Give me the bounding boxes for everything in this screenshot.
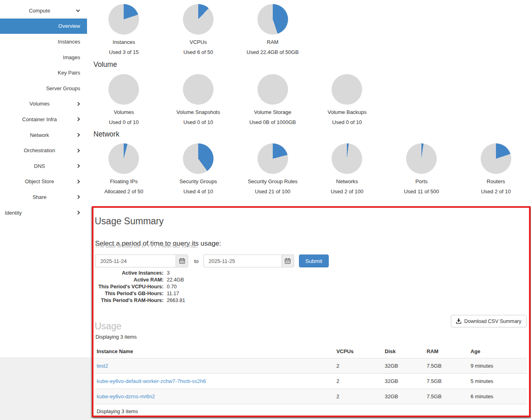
quota-chart-usage: Allocated 2 of 50 [87, 188, 161, 194]
sidebar-item-dns[interactable]: DNS [0, 158, 87, 174]
quota-chart-usage: Used 2 of 10 [458, 188, 531, 194]
sidebar-item-label: Compute [0, 8, 79, 14]
chevron-right-icon [76, 211, 80, 215]
calendar-picker-from-button[interactable] [176, 254, 188, 267]
pie-chart [108, 143, 139, 174]
date-from-input[interactable] [95, 254, 176, 267]
pie-chart [332, 74, 362, 105]
quota-chart-label: RAM [235, 39, 310, 45]
usage-table: Instance NameVCPUsDiskRAMAge test2232GB7… [95, 345, 527, 419]
sidebar-item-object-store[interactable]: Object Store [0, 174, 87, 190]
quota-chart-usage: Used 22.4GB of 50GB [235, 49, 310, 55]
quota-chart-routers: RoutersUsed 2 of 10 [458, 143, 531, 194]
sidebar-item-network[interactable]: Network [0, 127, 87, 143]
sidebar-item-label: Network [0, 132, 79, 138]
quota-chart-usage: Used 4 of 10 [161, 188, 236, 194]
column-header-vcpus[interactable]: VCPUs [335, 345, 383, 358]
usage-stat-value: 22.4GB [167, 277, 184, 283]
quota-chart-label: VCPUs [161, 39, 236, 45]
sidebar-item-label: Share [0, 194, 79, 200]
displaying-count-top: Displaying 3 items [95, 334, 137, 340]
sidebar-item-compute[interactable]: Compute [0, 3, 87, 19]
quota-chart-label: Security Groups [161, 178, 236, 184]
sidebar-item-share[interactable]: Share [0, 189, 87, 205]
quota-chart-usage: Used 0B of 1000GB [235, 119, 310, 125]
usage-stat-label: This Period's GB-Hours: [93, 291, 164, 296]
cell-ram: 7.5GB [425, 389, 469, 404]
usage-stat-value: 2663.81 [167, 298, 185, 303]
table-footer-row: Displaying 3 items [95, 404, 527, 419]
quota-chart-vcpus: VCPUsUsed 6 of 50 [161, 4, 236, 55]
cell-disk: 32GB [383, 358, 425, 374]
period-form: to Submit [95, 254, 329, 267]
download-csv-label: Download CSV Summary [464, 319, 521, 324]
sidebar-item-key-pairs[interactable]: Key Pairs [0, 65, 87, 81]
displaying-count-bottom: Displaying 3 items [95, 404, 527, 419]
quota-chart-security-group-rules: Security Group RulesUsed 21 of 100 [235, 143, 310, 194]
table-header-row: Instance NameVCPUsDiskRAMAge [95, 345, 527, 358]
usage-stat-label: Active RAM: [93, 277, 164, 283]
quota-chart-label: Floating IPs [87, 178, 161, 184]
usage-stat-row: This Period's RAM-Hours:2663.81 [93, 297, 185, 304]
quota-chart-instances: InstancesUsed 3 of 15 [87, 4, 161, 55]
instance-link[interactable]: kube-ey6vo-default-worker-zchw7-7hsrb-ss… [97, 378, 206, 384]
quota-chart-usage: Used 0 of 10 [310, 119, 384, 125]
pie-chart [257, 4, 288, 35]
sidebar-item-instances[interactable]: Instances [0, 34, 87, 50]
sidebar-item-orchestration[interactable]: Orchestration [0, 143, 87, 158]
cell-vcpus: 2 [335, 374, 383, 389]
usage-stat-value: 11.17 [167, 291, 179, 296]
usage-table-title: Usage [95, 321, 121, 332]
column-header-instance-name[interactable]: Instance Name [95, 345, 335, 358]
quota-chart-label: Routers [458, 178, 531, 184]
quota-chart-usage: Used 11 of 500 [384, 188, 459, 194]
sidebar-item-server-groups[interactable]: Server Groups [0, 81, 87, 96]
pie-chart [183, 74, 214, 105]
column-header-age[interactable]: Age [469, 345, 527, 358]
table-row: test2232GB7.5GB9 minutes [95, 358, 527, 374]
sidebar-item-container-infra[interactable]: Container Infra [0, 112, 87, 127]
instance-link[interactable]: test2 [97, 363, 108, 369]
limit-summary-row-network: Floating IPsAllocated 2 of 50Security Gr… [87, 143, 531, 194]
quota-chart-security-groups: Security GroupsUsed 4 of 10 [161, 143, 236, 194]
cell-disk: 32GB [383, 389, 425, 404]
quota-chart-usage: Used 0 of 10 [87, 119, 161, 125]
sidebar-item-label: Container Infra [0, 116, 79, 122]
volume-section-title: Volume [93, 60, 117, 69]
usage-stats: Active Instances:3Active RAM:22.4GBThis … [93, 269, 185, 304]
pie-chart [481, 143, 511, 174]
quota-chart-volumes: VolumesUsed 0 of 10 [87, 74, 161, 125]
quota-chart-label: Volume Backups [310, 109, 384, 115]
instance-link[interactable]: kube-ey6vo-dzrns-mr6n2 [97, 393, 155, 399]
usage-stat-label: This Period's VCPU-Hours: [93, 284, 164, 290]
quota-chart-volume-snapshots: Volume SnapshotsUsed 0 of 10 [161, 74, 236, 125]
column-header-ram[interactable]: RAM [425, 345, 469, 358]
pie-chart [257, 143, 288, 174]
sidebar-item-label: Key Pairs [58, 70, 80, 76]
to-label: to [194, 258, 199, 264]
annotation-rectangle: Usage Summary Select a period of time to… [92, 206, 531, 417]
quota-chart-label: Networks [310, 178, 384, 184]
usage-table-body: test2232GB7.5GB9 minuteskube-ey6vo-defau… [95, 358, 527, 404]
table-row: kube-ey6vo-default-worker-zchw7-7hsrb-ss… [95, 374, 527, 389]
cell-instance-name: kube-ey6vo-default-worker-zchw7-7hsrb-ss… [95, 374, 335, 389]
usage-stat-row: Active RAM:22.4GB [93, 276, 185, 283]
sidebar-item-overview[interactable]: Overview [0, 19, 87, 34]
quota-chart-label: Volumes [87, 109, 161, 115]
quota-chart-label: Volume Storage [235, 109, 310, 115]
date-to-input[interactable] [203, 254, 282, 267]
sidebar-item-identity[interactable]: Identity [0, 205, 87, 221]
quota-chart-networks: NetworksUsed 2 of 100 [310, 143, 384, 194]
sidebar-item-images[interactable]: Images [0, 50, 87, 65]
page-background [0, 357, 92, 420]
quota-chart-usage: Used 3 of 15 [87, 49, 161, 55]
column-header-disk[interactable]: Disk [383, 345, 425, 358]
submit-button[interactable]: Submit [299, 254, 329, 267]
limit-summary-row-volume: VolumesUsed 0 of 10Volume SnapshotsUsed … [87, 74, 384, 125]
download-csv-button[interactable]: Download CSV Summary [451, 315, 527, 327]
usage-stat-value: 3 [167, 270, 170, 276]
sidebar-item-volumes[interactable]: Volumes [0, 96, 87, 112]
sidebar-item-label: Instances [58, 39, 80, 45]
quota-chart-usage: Used 2 of 100 [310, 188, 384, 194]
calendar-picker-to-button[interactable] [282, 254, 294, 267]
